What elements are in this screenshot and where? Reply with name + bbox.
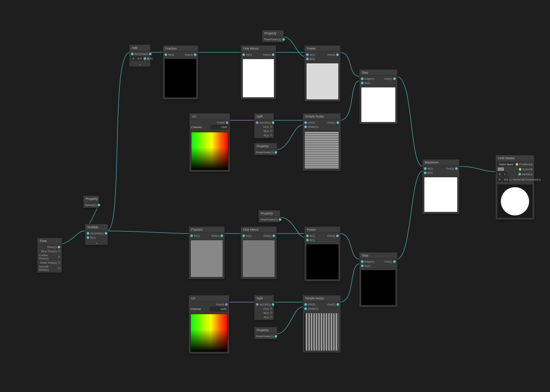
port-out[interactable]: Out(4) bbox=[217, 121, 228, 124]
preview bbox=[306, 63, 339, 100]
port-a[interactable]: A(1) bbox=[264, 316, 272, 319]
port-a[interactable]: A(1) bbox=[131, 52, 140, 56]
preview bbox=[190, 314, 228, 352]
port-a[interactable]: A(1) bbox=[87, 232, 96, 235]
port-out[interactable]: Out(1) bbox=[327, 303, 339, 306]
node-fraction-2[interactable]: Fraction In(1) Out(1) bbox=[189, 226, 225, 279]
preview bbox=[361, 270, 396, 305]
node-multiply[interactable]: Multiply A(1) Out(1) B(1) ⌄ bbox=[85, 224, 108, 245]
port-out[interactable]: Out(1) bbox=[140, 52, 151, 56]
port-smooth-delta[interactable]: Smooth Delta(1) bbox=[39, 265, 60, 271]
node-property-speed[interactable]: Property Speed(1) bbox=[83, 196, 99, 208]
port-b-with-field[interactable]: X0.5 B(1) bbox=[131, 56, 153, 61]
port-in[interactable]: In(1) bbox=[165, 53, 174, 56]
port-out[interactable]: Out(1) bbox=[211, 234, 223, 237]
node-simple-noise-2[interactable]: Simple Noise UV(2) Out(1) Scale(1) bbox=[303, 295, 341, 353]
node-step-1[interactable]: Step Edge(1) Out(1) In(1) bbox=[359, 69, 397, 124]
port-in[interactable]: In(1) bbox=[190, 234, 200, 237]
port-out[interactable]: Out(1) bbox=[384, 77, 396, 80]
channel-dropdown[interactable]: UV0 bbox=[210, 307, 228, 311]
space-dropdown[interactable]: Object Space bbox=[497, 162, 515, 166]
channel-dropdown[interactable]: UV0 bbox=[211, 125, 228, 129]
port-out[interactable]: TimePower(1) bbox=[264, 38, 285, 41]
port-b[interactable]: B(1) bbox=[264, 311, 272, 315]
node-property-noisescale-2[interactable]: Property NoiseScale(1) bbox=[254, 327, 277, 339]
port-out[interactable]: Out(1) bbox=[96, 232, 107, 235]
node-power-1[interactable]: Power A(1) Out(1) B(1) bbox=[304, 45, 340, 102]
port-out[interactable]: Out(1) bbox=[384, 260, 396, 263]
node-property-noisescale-1[interactable]: Property NoiseScale(1) bbox=[254, 143, 277, 155]
port-out[interactable]: Out(4) bbox=[216, 303, 228, 306]
port-in[interactable]: In(1) bbox=[256, 121, 265, 124]
node-title: Property bbox=[84, 196, 99, 202]
port-cosine-time[interactable]: Cosine Time(1) bbox=[39, 254, 60, 260]
port-b[interactable]: B(1) bbox=[424, 171, 433, 174]
port-a[interactable]: A(1) bbox=[264, 134, 272, 137]
node-property-timepower-1[interactable]: Property TimePower(1) bbox=[262, 30, 284, 42]
alpha-x-field[interactable]: X1 bbox=[497, 172, 507, 177]
port-out[interactable]: Out(1) bbox=[327, 53, 339, 56]
node-simple-noise-1[interactable]: Simple Noise UV(2) Out(1) Scale(1) bbox=[303, 113, 341, 171]
node-maximum[interactable]: Maximum A(1) Out(1) B(1) bbox=[422, 159, 459, 214]
node-title: UV bbox=[190, 114, 230, 120]
port-color[interactable]: Color(3) bbox=[519, 168, 533, 171]
port-in[interactable]: In(1) bbox=[242, 234, 252, 237]
node-title: One Minus bbox=[241, 227, 276, 233]
node-oneminus-1[interactable]: One Minus In(1) Out(1) bbox=[241, 45, 276, 99]
node-fraction-1[interactable]: Fraction In(1) Out(1) bbox=[163, 45, 198, 99]
port-speed[interactable]: Speed(1) bbox=[85, 203, 100, 207]
node-split-2[interactable]: Split In(1) R(1) G(1) B(1) A(1) bbox=[254, 295, 274, 320]
port-g[interactable]: G(1) bbox=[263, 307, 272, 310]
port-edge[interactable]: Edge(1) bbox=[361, 260, 374, 263]
port-in[interactable]: In(1) bbox=[361, 264, 370, 267]
node-oneminus-2[interactable]: One Minus In(1) Out(1) bbox=[241, 226, 277, 279]
port-b[interactable]: B(1) bbox=[264, 129, 272, 133]
expand-icon[interactable]: ⌄ bbox=[85, 240, 108, 245]
port-out[interactable]: TimePower(1) bbox=[260, 218, 281, 221]
port-in[interactable]: In(1) bbox=[361, 81, 370, 85]
port-scale[interactable]: Scale(1) bbox=[304, 307, 319, 310]
port-out[interactable]: Out(1) bbox=[327, 121, 339, 124]
port-g[interactable]: G(1) bbox=[263, 125, 272, 128]
port-b[interactable]: B(1) bbox=[306, 57, 315, 60]
port-out[interactable]: Out(1) bbox=[446, 167, 458, 170]
clip-x-field[interactable]: X0.5 bbox=[497, 177, 509, 182]
expand-icon[interactable]: ⌄ bbox=[130, 62, 150, 67]
port-in[interactable]: In(1) bbox=[242, 53, 252, 56]
preview-sphere bbox=[501, 187, 529, 215]
port-out[interactable]: Out(1) bbox=[263, 53, 274, 56]
node-time[interactable]: Time Time(1) Sine Time(1) Cosine Time(1)… bbox=[37, 238, 62, 273]
port-edge[interactable]: Edge(1) bbox=[361, 77, 374, 80]
port-r[interactable]: R(1) bbox=[265, 121, 274, 124]
node-add[interactable]: Add A(1) Out(1) X0.5 B(1) ⌄ bbox=[129, 45, 150, 67]
port-time[interactable]: Time(1) bbox=[47, 246, 60, 249]
node-split-1[interactable]: Split In(1) R(1) G(1) B(1) A(1) bbox=[254, 113, 274, 138]
node-power-2[interactable]: Power A(1) Out(1) B(1) bbox=[304, 226, 340, 281]
port-alpha[interactable]: Alpha(1) bbox=[519, 173, 533, 176]
color-field[interactable] bbox=[497, 167, 504, 171]
port-a[interactable]: A(1) bbox=[424, 167, 433, 170]
node-step-2[interactable]: Step Edge(1) Out(1) In(1) bbox=[359, 252, 397, 307]
port-a[interactable]: A(1) bbox=[306, 234, 315, 237]
port-scale[interactable]: Scale(1) bbox=[304, 125, 319, 128]
port-out[interactable]: Out(1) bbox=[327, 234, 339, 237]
port-out[interactable]: NoiseScale(1) bbox=[256, 335, 277, 338]
port-sine-time[interactable]: Sine Time(1) bbox=[41, 250, 60, 253]
node-property-timepower-2[interactable]: Property TimePower(1) bbox=[258, 210, 280, 223]
node-uv-1[interactable]: UV Out(4) Channel UV0 bbox=[189, 113, 230, 172]
port-a[interactable]: A(1) bbox=[306, 53, 315, 56]
port-r[interactable]: R(1) bbox=[265, 303, 274, 306]
port-uv[interactable]: UV(2) bbox=[304, 303, 315, 306]
node-uv-2[interactable]: UV Out(4) Channel UV0 bbox=[189, 295, 229, 354]
port-position[interactable]: Position(3) bbox=[516, 163, 533, 166]
port-out[interactable]: Out(1) bbox=[263, 234, 275, 237]
port-clip[interactable]: AlphaClipThreshold(1) bbox=[509, 178, 541, 181]
port-uv[interactable]: UV(2) bbox=[304, 121, 315, 124]
port-in[interactable]: In(1) bbox=[256, 303, 265, 306]
port-b[interactable]: B(1) bbox=[87, 236, 96, 239]
port-b[interactable]: B(1) bbox=[306, 238, 315, 242]
node-unlit-master[interactable]: Unlit Master Object Space Position(3) Co… bbox=[495, 155, 534, 220]
port-out[interactable]: NoiseScale(1) bbox=[256, 151, 277, 154]
port-delta-time[interactable]: Delta Time(1) bbox=[40, 261, 60, 264]
port-out[interactable]: Out(1) bbox=[185, 53, 196, 56]
